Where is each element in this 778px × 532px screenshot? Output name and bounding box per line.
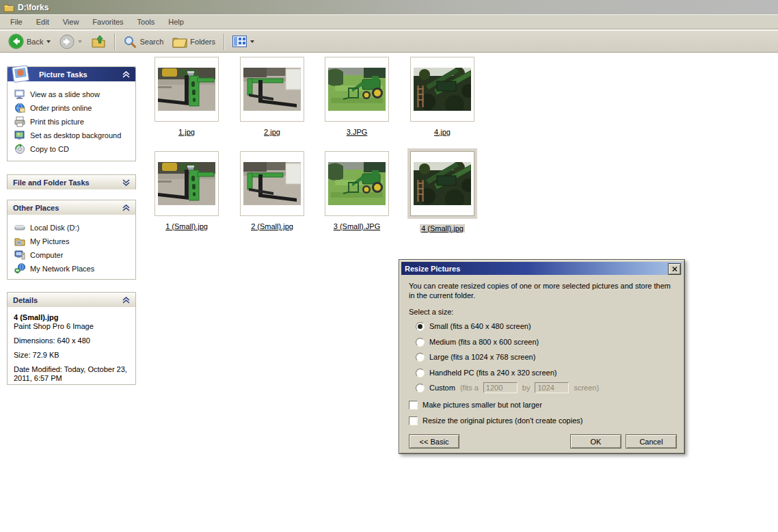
back-button[interactable]: Back <box>5 32 54 51</box>
file-item[interactable]: 2.jpg <box>240 57 304 136</box>
radio-large[interactable]: Large (fits a 1024 x 768 screen) <box>416 352 535 362</box>
thumbnail-image[interactable] <box>325 57 389 122</box>
radio-icon[interactable] <box>416 384 425 393</box>
picture-tasks-panel: Picture Tasks View as a slide show <box>7 66 136 161</box>
place-my-pictures[interactable]: My Pictures <box>14 235 133 248</box>
task-order-prints[interactable]: Order prints online <box>14 101 133 115</box>
menu-favorites[interactable]: Favorites <box>85 16 130 28</box>
checkbox-smaller-only[interactable]: Make pictures smaller but not larger <box>409 400 542 410</box>
file-item[interactable]: 4.jpg <box>410 57 474 136</box>
folders-icon <box>172 36 187 48</box>
file-item[interactable]: 3 (Small).JPG <box>325 151 389 230</box>
folder-icon <box>3 3 14 12</box>
radio-label: Handheld PC (fits a 240 x 320 screen) <box>429 369 557 377</box>
file-item[interactable]: 1.jpg <box>155 57 219 136</box>
thumbnail-image[interactable] <box>240 151 304 216</box>
explorer-window: D:\forks File Edit View Favorites Tools … <box>0 0 778 532</box>
file-name[interactable]: 1.jpg <box>177 128 196 136</box>
file-name[interactable]: 2 (Small).jpg <box>250 222 295 230</box>
other-places-header[interactable]: Other Places <box>8 200 135 215</box>
radio-icon[interactable] <box>416 322 425 331</box>
file-item-selected[interactable]: 4 (Small).jpg <box>410 151 474 232</box>
file-name[interactable]: 1 (Small).jpg <box>164 222 209 230</box>
thumbnail-image[interactable] <box>325 151 389 216</box>
cancel-button[interactable]: Cancel <box>626 434 677 449</box>
chevron-up-icon[interactable] <box>122 204 130 211</box>
toolbar-separator <box>224 34 224 50</box>
file-folder-tasks-header[interactable]: File and Folder Tasks <box>8 175 135 189</box>
up-folder-icon <box>91 35 106 49</box>
file-folder-tasks-title: File and Folder Tasks <box>13 178 90 187</box>
thumbnail-image[interactable] <box>410 151 474 216</box>
checkbox-icon[interactable] <box>409 401 418 410</box>
back-label: Back <box>27 38 43 46</box>
task-copy-to-cd[interactable]: Copy to CD <box>14 142 133 156</box>
details-header[interactable]: Details <box>8 293 135 307</box>
views-dropdown-icon[interactable] <box>250 40 254 43</box>
chevron-up-icon[interactable] <box>122 297 130 304</box>
copy-cd-icon <box>14 144 25 155</box>
task-print-picture[interactable]: Print this picture <box>14 115 133 129</box>
title-bar[interactable]: D:\forks <box>0 0 778 14</box>
file-name[interactable]: 2.jpg <box>263 128 282 136</box>
file-name[interactable]: 3.JPG <box>345 128 369 136</box>
radio-medium[interactable]: Medium (fits a 800 x 600 screen) <box>416 337 539 347</box>
menu-edit[interactable]: Edit <box>29 16 56 28</box>
radio-icon[interactable] <box>416 353 425 362</box>
views-button[interactable] <box>229 34 258 49</box>
task-view-slideshow[interactable]: View as a slide show <box>14 88 133 101</box>
radio-label: Large (fits a 1024 x 768 screen) <box>429 353 535 361</box>
chevron-down-icon[interactable] <box>122 179 130 186</box>
picture-tasks-title: Picture Tasks <box>39 70 88 79</box>
thumbnail-image[interactable] <box>240 57 304 122</box>
folders-button[interactable]: Folders <box>169 34 219 49</box>
computer-icon <box>14 250 25 261</box>
chevron-up-icon[interactable] <box>122 71 130 78</box>
radio-small[interactable]: Small (fits a 640 x 480 screen) <box>416 321 531 331</box>
up-button[interactable] <box>88 34 109 50</box>
thumbnail-image[interactable] <box>410 57 474 122</box>
custom-width-input[interactable] <box>483 382 518 393</box>
views-icon <box>232 36 247 47</box>
forward-button[interactable] <box>56 33 85 51</box>
menu-tools[interactable]: Tools <box>131 16 162 28</box>
ok-button[interactable]: OK <box>570 434 621 449</box>
file-item[interactable]: 3.JPG <box>325 57 389 136</box>
menu-help[interactable]: Help <box>161 16 191 28</box>
thumbnail-image[interactable] <box>155 151 219 216</box>
file-item[interactable]: 1 (Small).jpg <box>155 151 219 230</box>
picture-tasks-header[interactable]: Picture Tasks <box>8 67 135 81</box>
thumbnail-image[interactable] <box>155 57 219 122</box>
local-disk-icon <box>14 222 25 233</box>
toolbar-separator <box>114 34 115 50</box>
back-dropdown-icon[interactable] <box>46 40 51 43</box>
radio-icon[interactable] <box>416 369 425 377</box>
checkbox-icon[interactable] <box>409 416 418 425</box>
file-name[interactable]: 3 (Small).JPG <box>332 222 381 230</box>
checkbox-resize-originals[interactable]: Resize the original pictures (don't crea… <box>409 416 582 425</box>
place-computer[interactable]: Computer <box>14 248 133 262</box>
file-name[interactable]: 4.jpg <box>433 128 452 136</box>
custom-height-input[interactable] <box>535 382 569 393</box>
file-name[interactable]: 4 (Small).jpg <box>420 224 465 232</box>
place-my-network[interactable]: My Network Places <box>14 262 133 276</box>
radio-custom[interactable]: Custom (fits a by screen) <box>416 383 599 393</box>
task-label: Set as desktop background <box>30 131 121 139</box>
task-set-desktop-background[interactable]: Set as desktop background <box>14 129 133 142</box>
menu-view[interactable]: View <box>56 16 86 28</box>
menu-file[interactable]: File <box>3 16 29 28</box>
network-places-icon <box>14 263 25 274</box>
other-places-title: Other Places <box>13 204 59 212</box>
details-type: Paint Shop Pro 6 Image <box>14 322 130 331</box>
radio-icon[interactable] <box>416 338 425 347</box>
dialog-title-bar[interactable]: Resize Pictures <box>401 262 682 275</box>
close-button[interactable] <box>668 263 681 275</box>
forward-dropdown-icon[interactable] <box>78 40 82 43</box>
task-label: View as a slide show <box>30 90 100 98</box>
desktop-background-icon <box>14 130 25 141</box>
search-button[interactable]: Search <box>120 34 167 50</box>
place-local-disk[interactable]: Local Disk (D:) <box>14 221 133 235</box>
radio-handheld[interactable]: Handheld PC (fits a 240 x 320 screen) <box>416 368 557 377</box>
basic-button[interactable]: << Basic <box>409 434 459 449</box>
file-item[interactable]: 2 (Small).jpg <box>240 151 304 230</box>
